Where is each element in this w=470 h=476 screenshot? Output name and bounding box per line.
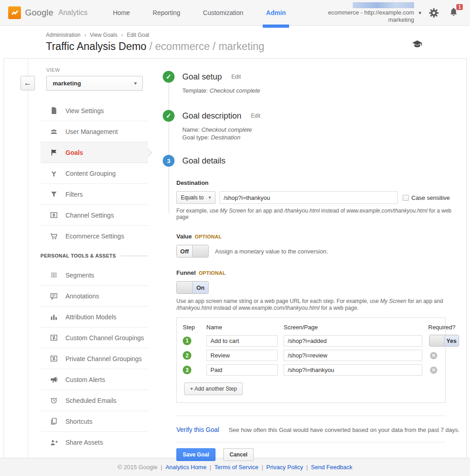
footer-link-terms[interactable]: Terms of Service — [215, 464, 259, 471]
person-plus-icon — [50, 439, 58, 446]
footer-link-privacy[interactable]: Privacy Policy — [266, 464, 303, 471]
speech-bubble-icon — [50, 292, 58, 300]
view-selector-dropdown[interactable]: marketing ▼ — [46, 76, 143, 91]
sidebar-item-filters[interactable]: Filters — [40, 184, 148, 205]
sidebar-item-label: Goals — [65, 149, 83, 156]
goal-editor: ✓ Goal setup Edit Template: Checkout com… — [163, 59, 463, 461]
sidebar-item-share-assets[interactable]: Share Assets — [40, 432, 148, 453]
value-toggle-blank — [192, 245, 208, 257]
footer-link-analytics-home[interactable]: Analytics Home — [165, 464, 206, 471]
verify-goal-link[interactable]: Verify this Goal — [176, 426, 219, 433]
goal-details-title: Goal details — [182, 156, 225, 166]
value-optional-tag: OPTIONAL — [195, 234, 222, 239]
sidebar-item-attribution-models[interactable]: Attribution Models — [40, 307, 148, 327]
funnel-toggle[interactable]: On — [176, 281, 209, 294]
account-caret-icon[interactable]: ▼ — [418, 10, 422, 15]
delete-step-icon[interactable]: ✕ — [430, 367, 437, 374]
case-sensitive-label: Case sensitive — [411, 194, 450, 201]
divider — [176, 442, 446, 442]
goal-setup-summary: Template: Checkout complete — [182, 87, 463, 94]
settings-gear-icon[interactable] — [429, 8, 439, 18]
sidebar-item-shortcuts[interactable]: Shortcuts — [40, 411, 148, 432]
required-toggle-state: Yes — [445, 335, 459, 346]
sidebar-item-custom-channel-groupings[interactable]: Custom Channel Groupings — [40, 327, 148, 348]
footer-link-feedback[interactable]: Send Feedback — [311, 464, 352, 471]
sidebar-item-view-settings[interactable]: View Settings — [40, 100, 148, 121]
column-header-step: Step — [183, 324, 206, 332]
sidebar-item-custom-alerts[interactable]: Custom Alerts — [40, 369, 148, 390]
template-value: Checkout complete — [210, 87, 260, 94]
sidebar-item-content-grouping[interactable]: Content Grouping — [40, 163, 148, 184]
sidebar-item-label: Ecommerce Settings — [65, 233, 124, 240]
sidebar-item-label: Channel Settings — [65, 212, 114, 219]
sidebar-item-private-channel-groupings[interactable]: Private Channel Groupings — [40, 348, 148, 369]
value-toggle[interactable]: Off — [176, 245, 209, 258]
funnel-step1-screen-input[interactable] — [284, 335, 422, 347]
sidebar-item-label: Custom Channel Groupings — [65, 334, 144, 342]
sidebar-item-label: View Settings — [65, 107, 104, 114]
cancel-button[interactable]: Cancel — [223, 448, 254, 461]
case-sensitive-option: Case sensitive — [403, 194, 450, 201]
funnel-step1-name-input[interactable] — [206, 335, 278, 347]
account-selector[interactable]: ecommerce - http://example.com marketing — [328, 2, 414, 24]
sidebar-item-goals[interactable]: Goals — [40, 142, 148, 163]
sidebar-item-ecommerce-settings[interactable]: Ecommerce Settings — [40, 226, 148, 247]
education-cap-icon[interactable] — [412, 40, 422, 50]
sidebar-item-scheduled-emails[interactable]: Scheduled Emails — [40, 390, 148, 411]
match-type-select[interactable]: Equals to ▼ — [176, 191, 215, 204]
breadcrumb-view-goals[interactable]: View Goals — [90, 32, 117, 38]
goal-setup-title: Goal setup — [182, 72, 222, 82]
goal-setup-edit-link[interactable]: Edit — [231, 74, 241, 80]
required-toggle[interactable]: Yes — [429, 335, 459, 347]
destination-label: Destination — [176, 179, 463, 186]
sidebar-item-annotations[interactable]: Annotations — [40, 286, 148, 307]
copyright-text: © 2015 Google — [118, 464, 158, 471]
sidebar-item-channel-settings[interactable]: Channel Settings — [40, 205, 148, 226]
column-header-required: Required? — [428, 324, 455, 332]
nav-customization[interactable]: Customization — [203, 0, 244, 26]
funnel-step2-screen-input[interactable] — [284, 350, 422, 361]
notifications-bell-icon[interactable]: 1 — [449, 7, 458, 19]
sidebar-item-label: Segments — [65, 272, 94, 279]
account-property: ecommerce - http://example.com — [328, 9, 414, 16]
nav-home[interactable]: Home — [113, 0, 130, 26]
value-label: Value — [176, 233, 192, 240]
funnel-toggle-state: On — [193, 282, 208, 293]
funnel-label: Funnel — [176, 269, 196, 276]
funnel-step-number: 1 — [183, 337, 191, 345]
page-title-suffix: / ecommerce / marketing — [150, 40, 265, 52]
goal-description-edit-link[interactable]: Edit — [251, 113, 260, 119]
people-icon — [50, 128, 58, 135]
bar-chart-icon — [50, 313, 58, 321]
alarm-clock-icon — [50, 397, 58, 404]
template-label: Template: — [182, 87, 208, 94]
cart-icon — [50, 233, 58, 240]
funnel-step2-name-input[interactable] — [206, 350, 278, 361]
nav-admin[interactable]: Admin — [266, 0, 286, 26]
delete-step-icon[interactable]: ✕ — [430, 352, 437, 359]
chevron-down-icon: ▼ — [208, 195, 212, 200]
destination-url-input[interactable] — [220, 191, 398, 204]
segments-icon — [50, 271, 58, 279]
column-header-name: Name — [206, 324, 284, 332]
sidebar-menu: View Settings User Management Goals Cont… — [40, 100, 148, 453]
google-analytics-logo[interactable]: Google Analytics — [8, 6, 88, 19]
analytics-logo-icon — [8, 6, 21, 19]
flag-icon — [50, 149, 58, 156]
collapse-back-button[interactable]: ← — [20, 76, 35, 90]
funnel-step3-screen-input[interactable] — [284, 364, 422, 376]
goal-description-title: Goal description — [182, 111, 241, 121]
breadcrumb-administration[interactable]: Administration — [46, 32, 80, 38]
save-goal-button[interactable]: Save Goal — [176, 448, 215, 461]
sidebar-item-label: Custom Alerts — [65, 376, 105, 383]
nav-reporting[interactable]: Reporting — [153, 0, 180, 26]
sidebar-item-label: Annotations — [65, 293, 99, 300]
megaphone-icon — [50, 376, 58, 383]
case-sensitive-checkbox[interactable] — [403, 195, 409, 201]
sidebar-item-segments[interactable]: Segments — [40, 265, 148, 286]
sidebar-item-user-management[interactable]: User Management — [40, 121, 148, 142]
add-another-step-button[interactable]: + Add another Step — [184, 382, 243, 395]
funnel-step3-name-input[interactable] — [206, 364, 278, 376]
breadcrumb-separator: › — [121, 32, 123, 38]
sidebar-item-label: Content Grouping — [65, 170, 116, 177]
